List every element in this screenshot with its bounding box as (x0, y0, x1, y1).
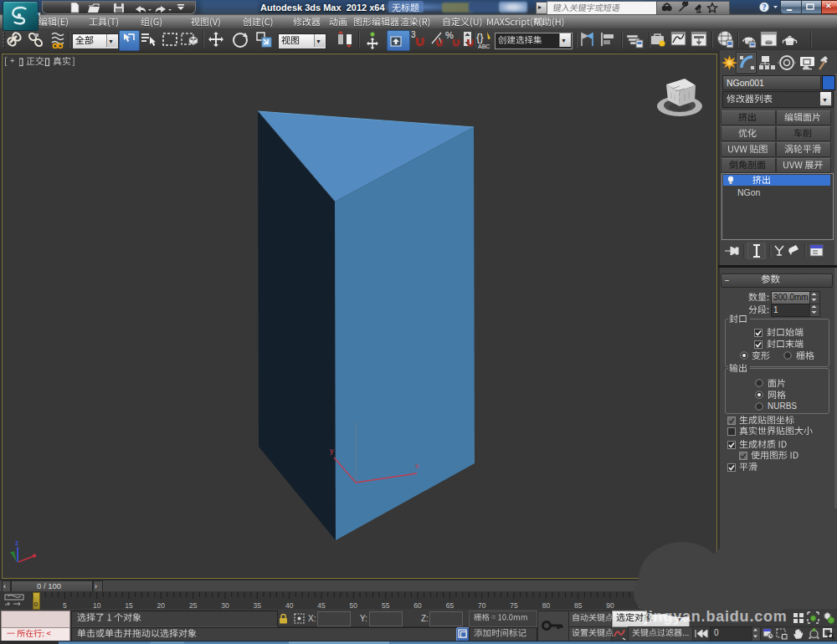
svg-text:25: 25 (189, 601, 198, 609)
svg-text:50: 50 (350, 601, 358, 609)
svg-text:20: 20 (157, 601, 166, 609)
svg-text:10: 10 (93, 601, 101, 609)
svg-text:60: 60 (413, 601, 422, 609)
svg-text:?: ? (763, 3, 767, 12)
svg-text:85: 85 (574, 601, 583, 609)
svg-text:75: 75 (510, 601, 518, 609)
svg-text:65: 65 (446, 601, 454, 609)
svg-text:55: 55 (382, 601, 390, 609)
svg-text:5: 5 (63, 601, 67, 609)
svg-text:15: 15 (125, 601, 133, 609)
svg-text:90: 90 (606, 601, 614, 609)
svg-text:{}: {} (476, 31, 484, 43)
svg-text:45: 45 (317, 601, 326, 609)
svg-text:x: x (415, 462, 419, 470)
svg-text:30: 30 (221, 601, 229, 609)
svg-text:ABC: ABC (478, 43, 490, 49)
svg-text:35: 35 (254, 601, 262, 609)
svg-text:z: z (15, 539, 19, 547)
svg-text:40: 40 (285, 601, 294, 609)
svg-text:70: 70 (478, 601, 486, 609)
svg-text:80: 80 (542, 601, 551, 609)
svg-text:y: y (330, 447, 334, 455)
